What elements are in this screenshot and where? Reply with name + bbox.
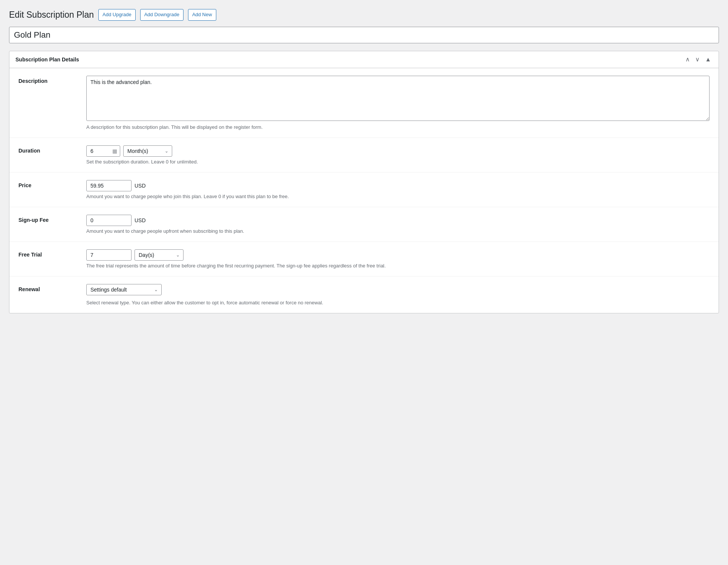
renewal-select-wrapper: Settings default Allow customer opt-in F…: [86, 284, 162, 295]
free-trial-label: Free Trial: [18, 249, 86, 258]
renewal-row: Renewal Settings default Allow customer …: [9, 276, 719, 313]
renewal-label: Renewal: [18, 284, 86, 292]
duration-number-wrapper: ▦: [86, 145, 120, 157]
duration-unit-wrapper: Day(s) Month(s) Year(s) ⌄: [123, 145, 172, 157]
add-upgrade-button[interactable]: Add Upgrade: [98, 9, 136, 21]
signup-fee-row: Sign-up Fee USD Amount you want to charg…: [9, 207, 719, 242]
plan-name-wrapper: [9, 27, 719, 43]
duration-help: Set the subscription duration. Leave 0 f…: [86, 159, 710, 165]
section-title: Subscription Plan Details: [15, 56, 79, 63]
add-new-button[interactable]: Add New: [188, 9, 216, 21]
price-inputs: USD: [86, 180, 710, 191]
duration-label: Duration: [18, 145, 86, 154]
renewal-field: Settings default Allow customer opt-in F…: [86, 284, 710, 305]
price-row: Price USD Amount you want to charge peop…: [9, 173, 719, 207]
plan-name-input[interactable]: [14, 30, 714, 40]
page-header: Edit Subscription Plan Add Upgrade Add D…: [9, 9, 719, 21]
move-up-button[interactable]: ▲: [704, 56, 713, 63]
description-label: Description: [18, 76, 86, 84]
renewal-help: Select renewal type. You can either allo…: [86, 300, 710, 305]
signup-fee-field: USD Amount you want to charge people upf…: [86, 215, 710, 234]
duration-unit-select[interactable]: Day(s) Month(s) Year(s): [123, 145, 172, 157]
description-field: This is the advanced plan. A description…: [86, 76, 710, 130]
signup-fee-help: Amount you want to charge people upfront…: [86, 228, 710, 234]
price-help: Amount you want to charge people who joi…: [86, 194, 710, 199]
subscription-plan-details-section: Subscription Plan Details ∧ ∨ ▲ Descript…: [9, 51, 719, 313]
collapse-up-button[interactable]: ∧: [684, 56, 691, 63]
section-header: Subscription Plan Details ∧ ∨ ▲: [9, 51, 719, 68]
free-trial-unit-select[interactable]: Day(s) Week(s) Month(s): [135, 249, 184, 261]
description-help: A description for this subscription plan…: [86, 124, 710, 130]
description-textarea[interactable]: This is the advanced plan.: [86, 76, 710, 121]
price-currency: USD: [135, 183, 146, 189]
duration-number-input[interactable]: [86, 145, 120, 157]
price-label: Price: [18, 180, 86, 188]
free-trial-inputs: Day(s) Week(s) Month(s) ⌄: [86, 249, 710, 261]
free-trial-field: Day(s) Week(s) Month(s) ⌄ The free trial…: [86, 249, 710, 269]
free-trial-number-input[interactable]: [86, 249, 132, 261]
duration-field: ▦ Day(s) Month(s) Year(s) ⌄ Set the subs…: [86, 145, 710, 165]
description-row: Description This is the advanced plan. A…: [9, 68, 719, 138]
duration-inputs: ▦ Day(s) Month(s) Year(s) ⌄: [86, 145, 710, 157]
signup-fee-label: Sign-up Fee: [18, 215, 86, 223]
collapse-down-button[interactable]: ∨: [694, 56, 701, 63]
signup-fee-inputs: USD: [86, 215, 710, 226]
page-title: Edit Subscription Plan: [9, 10, 94, 20]
renewal-select[interactable]: Settings default Allow customer opt-in F…: [86, 284, 162, 295]
free-trial-unit-wrapper: Day(s) Week(s) Month(s) ⌄: [135, 249, 184, 261]
add-downgrade-button[interactable]: Add Downgrade: [140, 9, 184, 21]
signup-fee-currency: USD: [135, 217, 146, 223]
section-controls: ∧ ∨ ▲: [684, 56, 713, 63]
price-field: USD Amount you want to charge people who…: [86, 180, 710, 199]
free-trial-row: Free Trial Day(s) Week(s) Month(s) ⌄ The…: [9, 242, 719, 276]
section-body: Description This is the advanced plan. A…: [9, 68, 719, 313]
duration-row: Duration ▦ Day(s) Month(s) Year(s) ⌄: [9, 138, 719, 173]
price-input[interactable]: [86, 180, 132, 191]
signup-fee-input[interactable]: [86, 215, 132, 226]
free-trial-help: The free trial represents the amount of …: [86, 263, 710, 269]
